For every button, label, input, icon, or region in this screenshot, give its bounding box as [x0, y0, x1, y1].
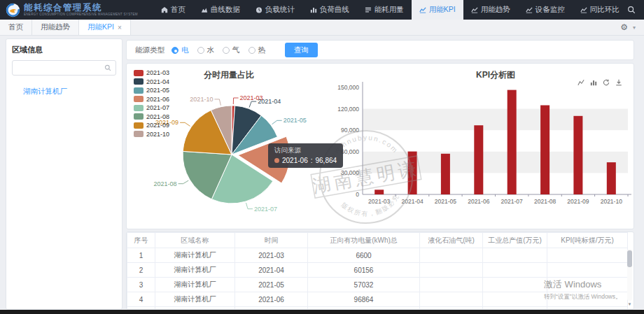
legend-item-2021-06[interactable]: 2021-06	[134, 96, 169, 103]
nav-item-label: 负载统计	[265, 5, 295, 15]
legend-item-2021-05[interactable]: 2021-05	[134, 87, 169, 94]
bar-chart-tool[interactable]	[590, 79, 597, 86]
sidebar-item-region[interactable]: 湖南计算机厂	[12, 87, 116, 97]
energy-radio-电[interactable]: 电	[172, 45, 189, 55]
energy-usage-icon	[365, 6, 372, 13]
sidebar-title: 区域信息	[12, 45, 116, 55]
chevron-down-icon[interactable]: ▾	[633, 24, 636, 31]
nav-item-5[interactable]: 能耗用量	[357, 0, 412, 20]
bar-2021-03[interactable]	[374, 190, 384, 194]
nav-item-7[interactable]: 用能趋势	[463, 0, 518, 20]
pie-legend: 2021-032021-042021-052021-062021-072021-…	[134, 69, 169, 138]
energy-type-label: 能源类型	[135, 45, 164, 55]
nav-item-8[interactable]: 设备监控	[518, 0, 573, 20]
nav-item-2[interactable]: 曲线数据	[193, 0, 248, 20]
refresh-tool[interactable]	[603, 79, 610, 86]
table-cell: 96864	[308, 292, 420, 307]
legend-swatch	[134, 70, 144, 76]
bar-2021-08[interactable]	[540, 106, 550, 195]
bar-2021-04[interactable]	[408, 152, 417, 194]
radio-circle	[248, 47, 255, 54]
region-sidebar: 区域信息 湖南计算机厂	[6, 38, 122, 310]
table-cell: 1	[127, 248, 155, 263]
pie-label: 2021-08	[154, 180, 177, 187]
nav-item-9[interactable]: 同比环比	[573, 0, 627, 20]
table-scrollbar[interactable]	[627, 249, 632, 301]
legend-item-2021-07[interactable]: 2021-07	[134, 104, 169, 111]
bar-2021-06[interactable]	[474, 125, 483, 194]
energy-radio-水[interactable]: 水	[197, 45, 215, 55]
pie-label-line	[272, 120, 282, 124]
legend-swatch	[134, 78, 144, 85]
nav-item-label: 用能趋势	[481, 5, 510, 15]
nav-item-6[interactable]: 用能KPI	[412, 0, 463, 20]
table-cell: 2021-06	[235, 292, 308, 307]
y-tick-label: 30,000	[341, 169, 359, 176]
bar-2021-10[interactable]	[607, 162, 616, 194]
search-icon[interactable]	[627, 6, 636, 14]
tab-label: 首页	[8, 22, 23, 32]
query-button[interactable]: 查询	[285, 43, 318, 57]
pie-label-line	[233, 98, 238, 104]
legend-swatch	[134, 131, 144, 137]
y-tick-label: 150,000	[337, 84, 359, 91]
table-cell	[420, 278, 483, 292]
radio-label: 气	[232, 45, 240, 55]
legend-item-2021-09[interactable]: 2021-09	[134, 122, 169, 129]
legend-item-2021-10[interactable]: 2021-10	[134, 131, 169, 138]
nav-item-3[interactable]: 负载统计	[248, 0, 302, 20]
energy-radio-group: 电水气热	[172, 45, 274, 55]
top-nav: 能耗综合管理系统 ENERGY CONSUMPTION COMPREHENSIV…	[0, 0, 644, 20]
x-tick-label: 2021-03	[368, 198, 390, 205]
nav-item-label: 同比环比	[590, 5, 620, 15]
load-stats-icon	[255, 6, 262, 13]
nav-item-4[interactable]: 负荷曲线	[302, 0, 357, 20]
table-cell	[547, 278, 628, 292]
table-cell: 湖南计算机厂	[155, 278, 235, 292]
table-header-row: 序号区域名称时间正向有功电量(kWh)总液化石油气(吨)工业总产值(万元)KPI…	[127, 233, 628, 248]
table-cell: 2	[127, 263, 155, 278]
nav-item-1[interactable]: 首页	[153, 0, 193, 20]
legend-label: 2021-03	[146, 69, 169, 76]
close-icon[interactable]: ×	[118, 24, 122, 31]
legend-label: 2021-06	[146, 96, 169, 103]
legend-item-2021-04[interactable]: 2021-04	[134, 78, 169, 85]
x-tick-label: 2021-10	[601, 198, 622, 205]
y-tick-label: 60,000	[341, 148, 359, 155]
app-title: 能耗综合管理系统	[24, 3, 138, 13]
legend-swatch	[134, 96, 144, 102]
tab-1[interactable]: 首页	[0, 20, 32, 35]
legend-item-2021-08[interactable]: 2021-08	[134, 113, 169, 120]
table-row: 4湖南计算机厂2021-0696864	[127, 292, 628, 307]
tab-3[interactable]: 用能KPI×	[79, 20, 131, 35]
table-cell	[420, 292, 483, 307]
x-tick-label: 2021-09	[567, 198, 589, 205]
bar-2021-07[interactable]	[507, 90, 517, 194]
table-cell: 2021-05	[235, 278, 308, 292]
scroll-down-arrow[interactable]: ▼	[626, 301, 633, 308]
pie-label-line	[214, 99, 220, 106]
energy-radio-气[interactable]: 气	[223, 45, 240, 55]
kpi-table-panel: 序号区域名称时间正向有功电量(kWh)总液化石油气(吨)工业总产值(万元)KPI…	[126, 231, 634, 310]
table-row: 1湖南计算机厂2021-036600	[127, 248, 628, 263]
legend-item-2021-03[interactable]: 2021-03	[134, 69, 169, 76]
tab-2[interactable]: 用能趋势	[32, 20, 79, 35]
gear-icon[interactable]: ⚙	[620, 22, 628, 32]
split-area-band	[363, 152, 628, 173]
line-chart-tool[interactable]	[578, 79, 584, 86]
table-cell: 60156	[308, 263, 420, 278]
bar-2021-05[interactable]	[441, 154, 450, 194]
table-cell	[547, 263, 628, 278]
charts-panel: 分时用量占比 2021-032021-042021-052021-062021-…	[126, 63, 634, 229]
scrollbar-thumb[interactable]	[627, 250, 632, 267]
legend-swatch	[134, 122, 144, 129]
energy-radio-热[interactable]: 热	[248, 45, 266, 55]
table-cell	[483, 263, 547, 278]
region-search-input[interactable]	[17, 64, 104, 72]
download-tool[interactable]	[615, 79, 622, 86]
y-tick-label: 0	[356, 191, 359, 198]
home-icon	[161, 6, 168, 13]
bar-2021-09[interactable]	[573, 116, 582, 194]
bar-chart-icon	[590, 79, 597, 86]
table-cell	[547, 292, 628, 307]
